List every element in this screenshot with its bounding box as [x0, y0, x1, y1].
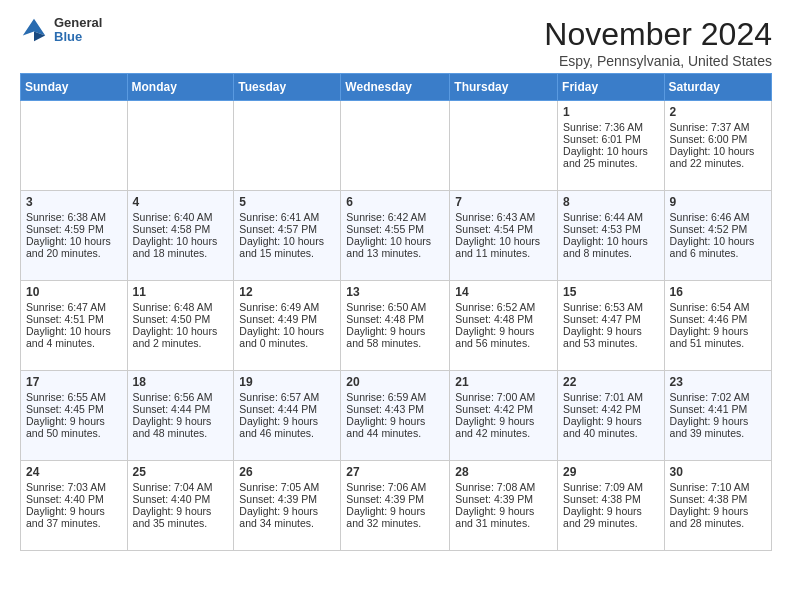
- calendar-body: 1Sunrise: 7:36 AMSunset: 6:01 PMDaylight…: [21, 101, 772, 551]
- day-number: 9: [670, 195, 766, 209]
- cell-info-line: Sunrise: 7:00 AM: [455, 391, 552, 403]
- cell-info-line: Sunset: 4:52 PM: [670, 223, 766, 235]
- cell-info-line: Sunrise: 6:44 AM: [563, 211, 659, 223]
- cell-info-line: Sunset: 4:48 PM: [346, 313, 444, 325]
- month-title: November 2024: [544, 16, 772, 53]
- calendar-cell: 1Sunrise: 7:36 AMSunset: 6:01 PMDaylight…: [558, 101, 665, 191]
- cell-info-line: Sunset: 4:46 PM: [670, 313, 766, 325]
- cell-info-line: Sunset: 4:47 PM: [563, 313, 659, 325]
- page-header: General Blue November 2024 Espy, Pennsyl…: [20, 16, 772, 69]
- calendar-cell: 2Sunrise: 7:37 AMSunset: 6:00 PMDaylight…: [664, 101, 771, 191]
- cell-info-line: Sunrise: 6:53 AM: [563, 301, 659, 313]
- logo-icon: [20, 16, 48, 44]
- calendar-cell: 17Sunrise: 6:55 AMSunset: 4:45 PMDayligh…: [21, 371, 128, 461]
- day-number: 12: [239, 285, 335, 299]
- calendar-week-4: 17Sunrise: 6:55 AMSunset: 4:45 PMDayligh…: [21, 371, 772, 461]
- day-number: 30: [670, 465, 766, 479]
- calendar-header: SundayMondayTuesdayWednesdayThursdayFrid…: [21, 74, 772, 101]
- calendar-cell: 24Sunrise: 7:03 AMSunset: 4:40 PMDayligh…: [21, 461, 128, 551]
- cell-info-line: Sunset: 4:43 PM: [346, 403, 444, 415]
- cell-info-line: Sunrise: 6:54 AM: [670, 301, 766, 313]
- cell-info-line: Sunrise: 6:50 AM: [346, 301, 444, 313]
- calendar-cell: 19Sunrise: 6:57 AMSunset: 4:44 PMDayligh…: [234, 371, 341, 461]
- day-number: 13: [346, 285, 444, 299]
- cell-info-line: Daylight: 9 hours and 58 minutes.: [346, 325, 444, 349]
- day-number: 11: [133, 285, 229, 299]
- logo: General Blue: [20, 16, 102, 45]
- cell-info-line: Sunrise: 7:08 AM: [455, 481, 552, 493]
- cell-info-line: Daylight: 9 hours and 31 minutes.: [455, 505, 552, 529]
- cell-info-line: Sunrise: 6:56 AM: [133, 391, 229, 403]
- calendar-cell: 4Sunrise: 6:40 AMSunset: 4:58 PMDaylight…: [127, 191, 234, 281]
- cell-info-line: Sunrise: 7:05 AM: [239, 481, 335, 493]
- logo-text: General Blue: [54, 16, 102, 45]
- day-number: 21: [455, 375, 552, 389]
- calendar-cell: 15Sunrise: 6:53 AMSunset: 4:47 PMDayligh…: [558, 281, 665, 371]
- header-cell-friday: Friday: [558, 74, 665, 101]
- calendar-cell: [21, 101, 128, 191]
- day-number: 8: [563, 195, 659, 209]
- calendar-cell: 9Sunrise: 6:46 AMSunset: 4:52 PMDaylight…: [664, 191, 771, 281]
- cell-info-line: Daylight: 9 hours and 42 minutes.: [455, 415, 552, 439]
- calendar-cell: 29Sunrise: 7:09 AMSunset: 4:38 PMDayligh…: [558, 461, 665, 551]
- cell-info-line: Sunrise: 7:03 AM: [26, 481, 122, 493]
- calendar-cell: 5Sunrise: 6:41 AMSunset: 4:57 PMDaylight…: [234, 191, 341, 281]
- cell-info-line: Sunset: 4:38 PM: [563, 493, 659, 505]
- calendar-cell: 6Sunrise: 6:42 AMSunset: 4:55 PMDaylight…: [341, 191, 450, 281]
- calendar-cell: 22Sunrise: 7:01 AMSunset: 4:42 PMDayligh…: [558, 371, 665, 461]
- calendar-cell: 23Sunrise: 7:02 AMSunset: 4:41 PMDayligh…: [664, 371, 771, 461]
- cell-info-line: Sunrise: 7:10 AM: [670, 481, 766, 493]
- cell-info-line: Sunset: 6:01 PM: [563, 133, 659, 145]
- cell-info-line: Daylight: 9 hours and 56 minutes.: [455, 325, 552, 349]
- cell-info-line: Sunrise: 7:02 AM: [670, 391, 766, 403]
- day-number: 15: [563, 285, 659, 299]
- day-number: 10: [26, 285, 122, 299]
- calendar-week-3: 10Sunrise: 6:47 AMSunset: 4:51 PMDayligh…: [21, 281, 772, 371]
- day-number: 16: [670, 285, 766, 299]
- cell-info-line: Daylight: 9 hours and 35 minutes.: [133, 505, 229, 529]
- cell-info-line: Sunrise: 6:52 AM: [455, 301, 552, 313]
- calendar-cell: 21Sunrise: 7:00 AMSunset: 4:42 PMDayligh…: [450, 371, 558, 461]
- calendar-cell: 11Sunrise: 6:48 AMSunset: 4:50 PMDayligh…: [127, 281, 234, 371]
- cell-info-line: Sunset: 4:42 PM: [563, 403, 659, 415]
- calendar-cell: 25Sunrise: 7:04 AMSunset: 4:40 PMDayligh…: [127, 461, 234, 551]
- cell-info-line: Sunrise: 6:41 AM: [239, 211, 335, 223]
- calendar-table: SundayMondayTuesdayWednesdayThursdayFrid…: [20, 73, 772, 551]
- cell-info-line: Sunrise: 6:55 AM: [26, 391, 122, 403]
- day-number: 1: [563, 105, 659, 119]
- calendar-cell: [234, 101, 341, 191]
- cell-info-line: Daylight: 9 hours and 34 minutes.: [239, 505, 335, 529]
- day-number: 20: [346, 375, 444, 389]
- calendar-cell: 18Sunrise: 6:56 AMSunset: 4:44 PMDayligh…: [127, 371, 234, 461]
- cell-info-line: Daylight: 10 hours and 20 minutes.: [26, 235, 122, 259]
- cell-info-line: Daylight: 9 hours and 51 minutes.: [670, 325, 766, 349]
- cell-info-line: Sunset: 4:59 PM: [26, 223, 122, 235]
- cell-info-line: Sunset: 4:44 PM: [133, 403, 229, 415]
- calendar-cell: 26Sunrise: 7:05 AMSunset: 4:39 PMDayligh…: [234, 461, 341, 551]
- calendar-week-5: 24Sunrise: 7:03 AMSunset: 4:40 PMDayligh…: [21, 461, 772, 551]
- cell-info-line: Sunset: 4:58 PM: [133, 223, 229, 235]
- cell-info-line: Daylight: 10 hours and 8 minutes.: [563, 235, 659, 259]
- calendar-cell: 27Sunrise: 7:06 AMSunset: 4:39 PMDayligh…: [341, 461, 450, 551]
- cell-info-line: Sunrise: 6:46 AM: [670, 211, 766, 223]
- day-number: 7: [455, 195, 552, 209]
- cell-info-line: Sunrise: 6:59 AM: [346, 391, 444, 403]
- location-text: Espy, Pennsylvania, United States: [544, 53, 772, 69]
- cell-info-line: Sunrise: 6:40 AM: [133, 211, 229, 223]
- cell-info-line: Sunrise: 7:01 AM: [563, 391, 659, 403]
- cell-info-line: Sunset: 4:42 PM: [455, 403, 552, 415]
- cell-info-line: Sunrise: 6:48 AM: [133, 301, 229, 313]
- cell-info-line: Sunset: 4:53 PM: [563, 223, 659, 235]
- day-number: 26: [239, 465, 335, 479]
- cell-info-line: Sunrise: 7:37 AM: [670, 121, 766, 133]
- cell-info-line: Sunrise: 6:57 AM: [239, 391, 335, 403]
- calendar-cell: 14Sunrise: 6:52 AMSunset: 4:48 PMDayligh…: [450, 281, 558, 371]
- cell-info-line: Daylight: 9 hours and 28 minutes.: [670, 505, 766, 529]
- cell-info-line: Sunset: 4:48 PM: [455, 313, 552, 325]
- cell-info-line: Sunset: 4:45 PM: [26, 403, 122, 415]
- cell-info-line: Sunset: 4:51 PM: [26, 313, 122, 325]
- calendar-cell: [341, 101, 450, 191]
- calendar-cell: 12Sunrise: 6:49 AMSunset: 4:49 PMDayligh…: [234, 281, 341, 371]
- cell-info-line: Sunset: 4:50 PM: [133, 313, 229, 325]
- cell-info-line: Sunrise: 6:38 AM: [26, 211, 122, 223]
